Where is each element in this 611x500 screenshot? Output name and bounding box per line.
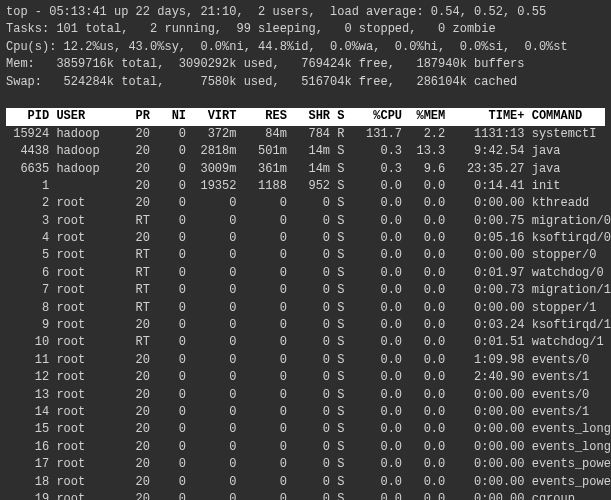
process-list: 15924 hadoop 20 0 372m 84m 784 R 131.7 2… [6,126,605,500]
summary-line-top: top - 05:13:41 up 22 days, 21:10, 2 user… [6,4,605,21]
summary-line-mem: Mem: 3859716k total, 3090292k used, 7694… [6,56,605,73]
process-row: 12 root 20 0 0 0 0 S 0.0 0.0 2:40.90 eve… [6,369,605,386]
terminal: top - 05:13:41 up 22 days, 21:10, 2 user… [0,0,611,500]
process-row: 3 root RT 0 0 0 0 S 0.0 0.0 0:00.75 migr… [6,213,605,230]
summary-line-cpu: Cpu(s): 12.2%us, 43.0%sy, 0.0%ni, 44.8%i… [6,39,605,56]
process-row: 4438 hadoop 20 0 2818m 501m 14m S 0.3 13… [6,143,605,160]
process-row: 17 root 20 0 0 0 0 S 0.0 0.0 0:00.00 eve… [6,456,605,473]
process-row: 18 root 20 0 0 0 0 S 0.0 0.0 0:00.00 eve… [6,474,605,491]
process-row: 4 root 20 0 0 0 0 S 0.0 0.0 0:05.16 ksof… [6,230,605,247]
process-row: 7 root RT 0 0 0 0 S 0.0 0.0 0:00.73 migr… [6,282,605,299]
process-row: 19 root 20 0 0 0 0 S 0.0 0.0 0:00.00 cgr… [6,491,605,500]
process-row: 5 root RT 0 0 0 0 S 0.0 0.0 0:00.00 stop… [6,247,605,264]
process-row: 6 root RT 0 0 0 0 S 0.0 0.0 0:01.97 watc… [6,265,605,282]
process-row: 9 root 20 0 0 0 0 S 0.0 0.0 0:03.24 ksof… [6,317,605,334]
process-row: 15 root 20 0 0 0 0 S 0.0 0.0 0:00.00 eve… [6,421,605,438]
process-row: 13 root 20 0 0 0 0 S 0.0 0.0 0:00.00 eve… [6,387,605,404]
process-row: 10 root RT 0 0 0 0 S 0.0 0.0 0:01.51 wat… [6,334,605,351]
process-row: 6635 hadoop 20 0 3009m 361m 14m S 0.3 9.… [6,161,605,178]
process-row: 11 root 20 0 0 0 0 S 0.0 0.0 1:09.98 eve… [6,352,605,369]
summary-line-swap: Swap: 524284k total, 7580k used, 516704k… [6,74,605,91]
process-row: 8 root RT 0 0 0 0 S 0.0 0.0 0:00.00 stop… [6,300,605,317]
blank-line [6,91,605,108]
process-row: 14 root 20 0 0 0 0 S 0.0 0.0 0:00.00 eve… [6,404,605,421]
process-row: 16 root 20 0 0 0 0 S 0.0 0.0 0:00.00 eve… [6,439,605,456]
process-row: 1 20 0 19352 1188 952 S 0.0 0.0 0:14.41 … [6,178,605,195]
process-row: 15924 hadoop 20 0 372m 84m 784 R 131.7 2… [6,126,605,143]
column-header: PID USER PR NI VIRT RES SHR S %CPU %MEM … [6,108,605,125]
summary-line-tasks: Tasks: 101 total, 2 running, 99 sleeping… [6,21,605,38]
process-row: 2 root 20 0 0 0 0 S 0.0 0.0 0:00.00 kthr… [6,195,605,212]
